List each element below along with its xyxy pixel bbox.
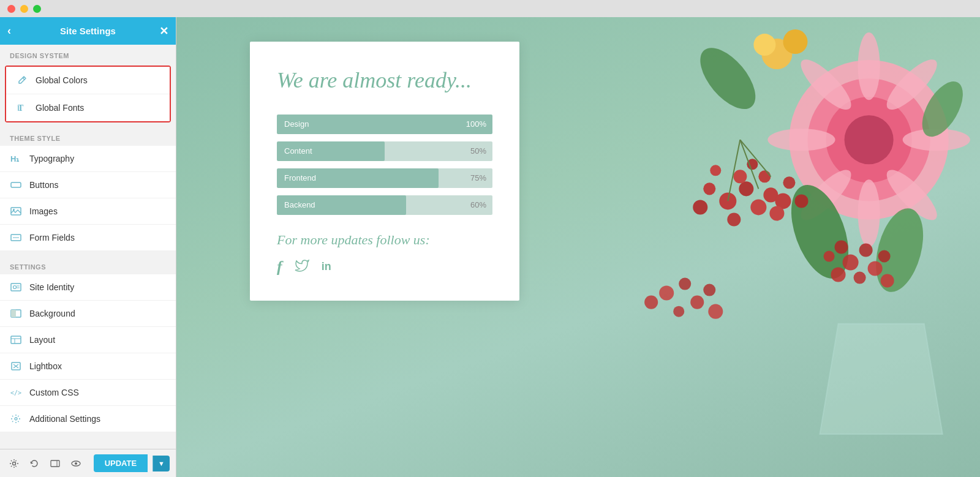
font-icon: T <box>16 102 28 114</box>
progress-label-frontend: Frontend <box>277 173 323 182</box>
typography-icon: H₁ <box>10 152 22 165</box>
typography-label: Typography <box>29 154 74 163</box>
sidebar-item-custom-css[interactable]: </> Custom CSS <box>0 380 176 406</box>
global-colors-label: Global Colors <box>36 75 88 85</box>
svg-point-50 <box>758 170 771 182</box>
close-panel-button[interactable]: ✕ <box>159 24 168 38</box>
svg-point-40 <box>783 29 807 54</box>
svg-point-21 <box>15 418 17 420</box>
responsive-tool-icon[interactable] <box>47 455 63 472</box>
sidebar-title: Site Settings <box>60 26 116 36</box>
progress-bar-backend: Backend 60% <box>277 195 492 215</box>
svg-point-47 <box>739 181 753 196</box>
svg-point-79 <box>708 304 723 319</box>
history-tool-icon[interactable] <box>27 455 43 472</box>
sidebar-item-additional-settings[interactable]: Additional Settings <box>0 406 176 432</box>
lightbox-label: Lightbox <box>29 361 62 371</box>
progress-pct-backend: 60% <box>470 200 486 209</box>
site-identity-label: Site Identity <box>29 282 74 292</box>
buttons-label: Buttons <box>29 180 58 190</box>
sidebar-item-images[interactable]: Images <box>0 198 176 225</box>
background-label: Background <box>29 309 75 318</box>
svg-line-63 <box>740 140 771 176</box>
svg-text:H₁: H₁ <box>10 154 20 163</box>
sidebar-item-global-fonts[interactable]: T Global Fonts <box>6 94 170 121</box>
layout-icon <box>10 334 22 346</box>
sidebar-item-layout[interactable]: Layout <box>0 327 176 353</box>
sidebar-header: ‹ Site Settings ✕ <box>0 17 176 45</box>
svg-point-75 <box>690 296 704 309</box>
sidebar-item-buttons[interactable]: Buttons <box>0 172 176 198</box>
svg-point-44 <box>690 39 766 119</box>
custom-css-label: Custom CSS <box>29 388 79 397</box>
bottom-toolbar: UPDATE ▼ <box>0 449 176 477</box>
settings-label: SETTINGS <box>0 256 176 274</box>
svg-point-49 <box>727 212 741 226</box>
progress-label-backend: Backend <box>277 200 323 209</box>
svg-point-77 <box>644 296 658 309</box>
sidebar-item-background[interactable]: Background <box>0 301 176 327</box>
svg-point-66 <box>868 261 883 276</box>
progress-bar-content: Content 50% <box>277 141 492 161</box>
svg-point-31 <box>858 32 880 100</box>
close-button[interactable] <box>7 5 15 13</box>
update-dropdown-button[interactable]: ▼ <box>153 456 170 471</box>
svg-point-41 <box>753 34 775 56</box>
progress-pct-design: 100% <box>466 119 486 129</box>
custom-css-icon: </> <box>10 386 22 399</box>
svg-point-74 <box>679 278 691 290</box>
sidebar-item-global-colors[interactable]: Global Colors <box>6 67 170 94</box>
svg-point-26 <box>75 462 77 465</box>
svg-point-71 <box>824 251 835 262</box>
svg-point-52 <box>733 170 747 183</box>
svg-point-46 <box>719 192 736 209</box>
svg-point-78 <box>703 284 715 296</box>
titlebar <box>0 0 980 17</box>
design-system-label: DESIGN SYSTEM <box>0 45 176 63</box>
svg-point-76 <box>673 306 684 317</box>
sidebar-item-typography[interactable]: H₁ Typography <box>0 146 176 172</box>
background-icon <box>10 307 22 320</box>
svg-point-64 <box>843 255 859 271</box>
svg-point-73 <box>659 286 674 301</box>
svg-point-59 <box>693 200 707 214</box>
svg-point-22 <box>12 462 15 465</box>
main-area: ‹ Site Settings ✕ DESIGN SYSTEM Global C… <box>0 17 980 477</box>
form-fields-icon <box>10 231 22 244</box>
theme-items: H₁ Typography Buttons <box>0 146 176 251</box>
twitter-icon <box>295 258 309 276</box>
form-fields-label: Form Fields <box>29 233 75 242</box>
facebook-icon: f <box>277 258 282 276</box>
card-headline: We are almost ready... <box>277 66 492 95</box>
svg-text:</>: </> <box>10 389 21 396</box>
svg-point-48 <box>750 199 766 215</box>
svg-point-5 <box>13 209 15 211</box>
preview-tool-icon[interactable] <box>68 455 84 472</box>
design-system-box: Global Colors T Global Fonts <box>5 66 171 122</box>
minimize-button[interactable] <box>20 5 28 13</box>
additional-settings-icon <box>10 413 22 425</box>
svg-point-9 <box>13 286 17 289</box>
buttons-icon <box>10 179 22 191</box>
maximize-button[interactable] <box>33 5 41 13</box>
preview-area: We are almost ready... Design 100% Conte… <box>176 17 980 477</box>
site-identity-icon <box>10 281 22 293</box>
sidebar-item-lightbox[interactable]: Lightbox <box>0 353 176 380</box>
theme-style-label: THEME STYLE <box>0 127 176 146</box>
progress-pct-frontend: 75% <box>470 173 486 182</box>
layout-label: Layout <box>29 335 55 345</box>
svg-point-58 <box>703 182 715 195</box>
global-fonts-label: Global Fonts <box>36 103 84 113</box>
back-button[interactable]: ‹ <box>7 24 11 37</box>
svg-rect-14 <box>11 336 21 344</box>
lightbox-icon <box>10 360 22 372</box>
progress-label-design: Design <box>277 119 316 129</box>
additional-settings-label: Additional Settings <box>29 414 100 424</box>
update-button[interactable]: UPDATE <box>94 454 148 472</box>
progress-bar-frontend: Frontend 75% <box>277 168 492 188</box>
sidebar-item-site-identity[interactable]: Site Identity <box>0 274 176 301</box>
settings-tool-icon[interactable] <box>6 455 22 472</box>
svg-point-67 <box>854 272 866 284</box>
linkedin-icon: in <box>322 260 331 273</box>
sidebar-item-form-fields[interactable]: Form Fields <box>0 225 176 251</box>
